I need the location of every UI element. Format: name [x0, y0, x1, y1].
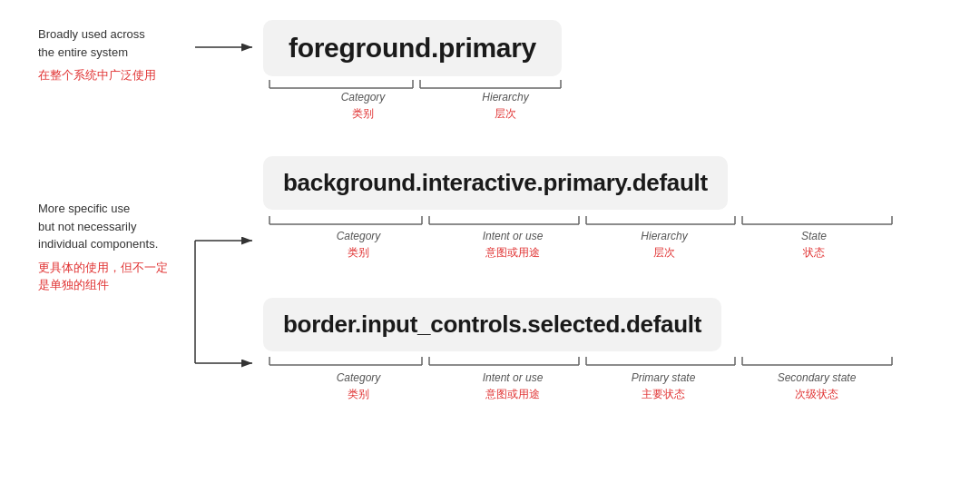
token2-block: background.interactive.primary.default — [263, 156, 728, 210]
token2-seg2-labels: Intent or use 意图或用途 — [463, 230, 563, 261]
token1-seg2-labels: Hierarchy 层次 — [451, 91, 560, 122]
token2-seg1-en: Category — [309, 230, 408, 242]
token1-seg1-zh: 类别 — [309, 106, 417, 122]
token1-seg1-en: Category — [309, 91, 417, 104]
token3-seg3-en: Primary state — [613, 371, 713, 384]
token3-seg1-en: Category — [309, 371, 408, 384]
top-desc-en: Broadly used across the entire system — [38, 25, 156, 61]
token3-seg4-zh: 次级状态 — [762, 387, 871, 402]
token3-seg4-labels: Secondary state 次级状态 — [762, 371, 871, 402]
token2-seg1-labels: Category 类别 — [309, 230, 408, 261]
token3-seg2-labels: Intent or use 意图或用途 — [463, 371, 563, 402]
token2-seg2-zh: 意图或用途 — [463, 245, 563, 261]
token3-box: border.input_controls.selected.default — [263, 298, 721, 351]
token3-block: border.input_controls.selected.default — [263, 298, 721, 351]
token2-seg4-labels: State 状态 — [778, 230, 850, 261]
token2-seg3-zh: 层次 — [619, 245, 710, 261]
token3-seg3-zh: 主要状态 — [613, 387, 713, 402]
page-wrapper: Broadly used across the entire system 在整… — [0, 0, 980, 503]
bottom-description: More specific use but not necessarily in… — [38, 200, 168, 294]
token1-box: foreground.primary — [263, 20, 562, 76]
bottom-desc-zh: 更具体的使用，但不一定 是单独的组件 — [38, 259, 168, 294]
token3-seg3-labels: Primary state 主要状态 — [613, 371, 713, 402]
token3-seg4-en: Secondary state — [762, 371, 871, 384]
token1-seg1-labels: Category 类别 — [309, 91, 417, 122]
token3-seg2-en: Intent or use — [463, 371, 563, 384]
token2-seg4-zh: 状态 — [778, 245, 850, 261]
token1-seg2-en: Hierarchy — [451, 91, 560, 104]
top-description: Broadly used across the entire system 在整… — [38, 25, 156, 84]
bottom-desc-en: More specific use but not necessarily in… — [38, 200, 168, 253]
token2-box: background.interactive.primary.default — [263, 156, 728, 210]
token1-seg2-zh: 层次 — [451, 106, 560, 122]
token3-seg1-zh: 类别 — [309, 387, 408, 402]
top-desc-zh: 在整个系统中广泛使用 — [38, 66, 156, 84]
token2-seg2-en: Intent or use — [463, 230, 563, 242]
token2-seg3-en: Hierarchy — [619, 230, 710, 242]
token3-seg1-labels: Category 类别 — [309, 371, 408, 402]
token2-seg3-labels: Hierarchy 层次 — [619, 230, 710, 261]
token3-seg2-zh: 意图或用途 — [463, 387, 563, 402]
token2-seg4-en: State — [778, 230, 850, 242]
token2-seg1-zh: 类别 — [309, 245, 408, 261]
token1-block: foreground.primary — [263, 20, 562, 76]
